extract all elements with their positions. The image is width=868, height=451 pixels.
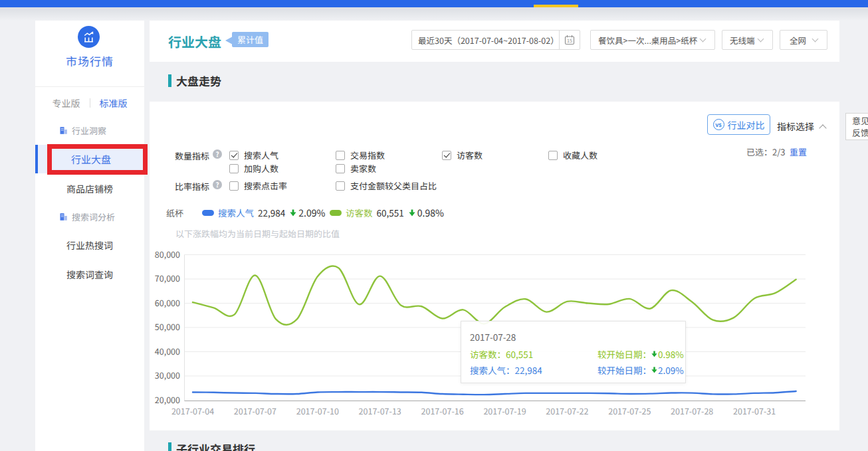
section-header-trend: 大盘走势 [168, 74, 221, 87]
tooltip-row-visitors: 访客数：60,551 较开始日期： 0.98% [470, 347, 678, 358]
chevron-down-icon [812, 35, 819, 42]
tab-standard[interactable]: 标准版 [100, 96, 128, 110]
indicator-option-label: 搜索点击率 [244, 179, 287, 192]
indicator-select-toggle[interactable]: 指标选择 [777, 120, 825, 133]
chevron-down-icon [758, 35, 764, 42]
date-range-picker[interactable]: 最近30天（2017-07-04~2017-08-02） 15 [411, 30, 580, 50]
help-icon[interactable]: ? [213, 149, 222, 159]
tab-professional[interactable]: 专业版 [53, 96, 80, 110]
section-title: 大盘走势 [176, 74, 221, 87]
sidebar-divider [35, 86, 144, 87]
x-axis-label: 2017-07-25 [608, 405, 651, 417]
down-arrow-icon [651, 367, 657, 373]
help-icon[interactable]: ? [213, 180, 222, 189]
legend-value: 22,984 [258, 206, 285, 219]
y-axis-label: 20,000 [155, 393, 180, 406]
checkbox[interactable] [229, 151, 239, 160]
compare-button-label: 行业对比 [728, 118, 765, 132]
sidebar-item-search-word-query[interactable]: 搜索词查询 [35, 265, 144, 284]
chart-arrow-icon [82, 31, 95, 43]
date-range-value: 最近30天（2017-07-04~2017-08-02） [412, 34, 559, 46]
legend-series-sousuo[interactable]: 搜索人气 22,984 2.09% [202, 206, 325, 219]
indicator-option-label: 加购人数 [244, 162, 278, 175]
tooltip-change: 0.98% [658, 347, 684, 361]
tooltip-change: 2.09% [658, 363, 684, 377]
x-axis-label: 2017-07-19 [483, 405, 526, 417]
checkbox[interactable] [229, 164, 239, 173]
sidebar-item-hot-search-words[interactable]: 行业热搜词 [35, 236, 144, 254]
y-axis-label: 50,000 [155, 320, 180, 333]
checkbox[interactable] [229, 181, 239, 191]
section-bar [168, 442, 171, 451]
quantity-indicator-row-1: 数量指标 ? 搜索人气 交易指数 访客数 收藏人数 [150, 149, 839, 159]
annotation-highlight-box [47, 144, 148, 175]
legend-name: 搜索人气 [218, 206, 254, 219]
tooltip-row-search: 搜索人气：22,984 较开始日期： 2.09% [470, 363, 678, 374]
chart-tooltip: 2017-07-28 访客数：60,551 较开始日期： 0.98% 搜索人气：… [461, 321, 686, 383]
x-axis-label: 2017-07-31 [733, 405, 776, 417]
chart-note: 以下涨跌幅均为当前日期与起始日期的比值 [175, 227, 340, 240]
vs-icon: vs [713, 119, 724, 130]
legend-pill [202, 210, 214, 216]
legend-pill [330, 210, 342, 216]
feedback-widget[interactable]: 意见 反馈 [845, 113, 868, 140]
page-header-panel: 行业大盘 累计值 最近30天（2017-07-04~2017-08-02） 15… [150, 21, 839, 62]
category-dropdown[interactable]: 餐饮具>一次...桌用品>纸杯 [590, 30, 715, 50]
calendar-icon: 15 [564, 35, 575, 45]
x-axis-label: 2017-07-07 [234, 405, 276, 417]
building-icon [59, 213, 68, 221]
scope-dropdown[interactable]: 全网 [780, 30, 827, 50]
checkbox[interactable] [336, 181, 345, 191]
tab-separator [90, 98, 90, 108]
sidebar-group-label: 行业洞察 [72, 124, 106, 137]
legend-change: 2.09% [298, 206, 325, 219]
indicator-option[interactable]: 搜索人气 [229, 149, 278, 161]
page-title: 行业大盘 [168, 32, 221, 51]
indicator-option-label: 卖家数 [350, 162, 376, 175]
industry-compare-button[interactable]: vs 行业对比 [707, 114, 770, 135]
legend-name: 访客数 [346, 206, 373, 219]
checkbox[interactable] [442, 151, 451, 160]
sidebar-item-product-shop-rank[interactable]: 商品店铺榜 [35, 179, 144, 198]
section-title: 子行业交易排行 [176, 442, 255, 451]
chevron-up-icon [819, 124, 826, 132]
section-bar [168, 74, 171, 87]
checkbox[interactable] [336, 151, 345, 160]
tooltip-value: 22,984 [515, 363, 542, 377]
category-value: 餐饮具>一次...桌用品>纸杯 [591, 34, 701, 46]
tooltip-compare-label: 较开始日期： [597, 363, 651, 377]
calendar-button[interactable]: 15 [559, 31, 580, 49]
indicator-option[interactable]: 收藏人数 [548, 149, 597, 161]
svg-text:15: 15 [567, 37, 572, 44]
series-line-0 [193, 391, 796, 395]
topbar-shadow [0, 7, 868, 21]
indicator-option[interactable]: 支付金额较父类目占比 [336, 179, 437, 192]
tooltip-date: 2017-07-28 [470, 330, 516, 343]
indicator-option[interactable]: 搜索点击率 [229, 179, 287, 192]
indicator-option[interactable]: 访客数 [442, 149, 483, 161]
trend-panel: vs 行业对比 指标选择 已选：2/3 重置 数量指标 ? 搜索人气 交易指数 … [150, 102, 839, 430]
indicator-option[interactable]: 交易指数 [336, 149, 385, 161]
ratio-indicator-label: 比率指标 [175, 180, 209, 193]
chevron-down-icon [700, 35, 706, 42]
legend-change: 0.98% [417, 206, 444, 219]
y-axis-label: 60,000 [155, 296, 180, 309]
y-axis-label: 30,000 [155, 369, 180, 381]
top-nav-bar [0, 0, 868, 7]
checkbox[interactable] [548, 151, 558, 160]
legend-series-fangke[interactable]: 访客数 60,551 0.98% [330, 206, 444, 219]
indicator-option[interactable]: 卖家数 [336, 162, 376, 175]
legend-category: 纸杯 [166, 207, 183, 219]
legend-value: 60,551 [377, 206, 404, 219]
y-axis-label: 80,000 [155, 248, 180, 260]
indicator-option[interactable]: 加购人数 [229, 162, 278, 175]
app-title: 市场行情 [35, 52, 144, 69]
x-axis-label: 2017-07-04 [171, 405, 214, 417]
terminal-dropdown[interactable]: 无线端 [722, 30, 773, 50]
section-header-subindustry: 子行业交易排行 [168, 442, 255, 451]
quantity-indicator-label: 数量指标 [175, 149, 209, 162]
market-trend-icon [78, 26, 100, 48]
sidebar-group-industry-insight: 行业洞察 [59, 125, 144, 135]
y-axis-label: 70,000 [155, 272, 180, 284]
checkbox[interactable] [336, 164, 345, 173]
